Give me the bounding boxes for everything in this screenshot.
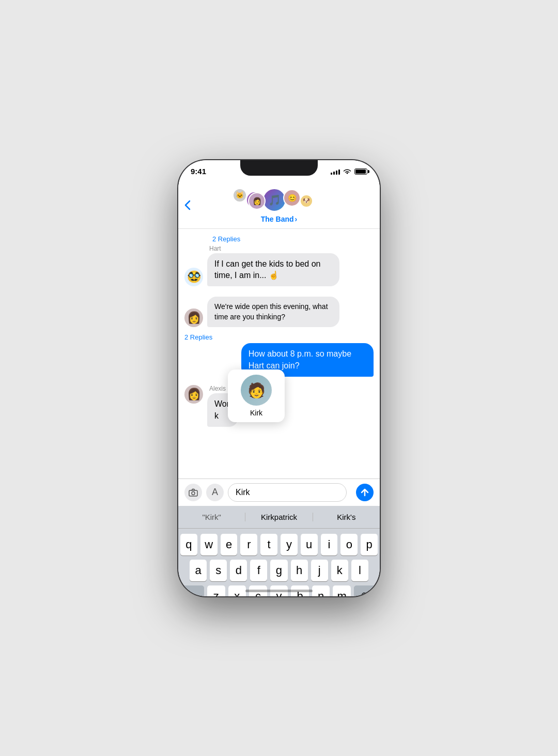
key-u[interactable]: u <box>301 534 318 556</box>
shift-key[interactable]: ⇧ <box>180 585 204 596</box>
notch <box>240 160 318 176</box>
input-bar: A <box>178 479 380 506</box>
keyboard-row-2: a s d f g h j k l <box>180 560 378 581</box>
backspace-key[interactable]: ⌫ <box>354 585 378 596</box>
key-d[interactable]: d <box>230 560 247 581</box>
table-row: 🥸 Hart If I can get the kids to bed on t… <box>184 245 374 287</box>
phone-frame: 9:41 <box>178 160 380 596</box>
message-bubble: If I can get the kids to bed on time, I … <box>207 253 339 287</box>
wifi-icon <box>343 168 351 175</box>
key-p[interactable]: p <box>361 534 378 556</box>
msg-content: We're wide open this evening, what time … <box>207 297 339 327</box>
key-n[interactable]: n <box>312 585 330 596</box>
group-avatars: 🐱 🎸 🎵 😊 🐶 👩 <box>227 187 331 213</box>
autocomplete-item-2[interactable]: Kirkpatrick <box>245 513 313 521</box>
keyboard-row-1: q w e r t y u i o p <box>180 534 378 556</box>
key-w[interactable]: w <box>200 534 218 556</box>
keyboard: q w e r t y u i o p a s d f g <box>178 529 380 596</box>
key-q[interactable]: q <box>180 534 197 556</box>
autocomplete-bar: "Kirk" Kirkpatrick Kirk's <box>178 506 380 529</box>
group-info[interactable]: 🐱 🎸 🎵 😊 🐶 👩 The Band <box>227 187 331 223</box>
back-button[interactable] <box>184 200 191 210</box>
avatar: 👩 <box>184 308 203 327</box>
signal-icon <box>331 168 340 175</box>
key-o[interactable]: o <box>340 534 358 556</box>
message-input[interactable] <box>228 483 347 502</box>
send-button[interactable] <box>356 484 374 501</box>
key-s[interactable]: s <box>210 560 227 581</box>
battery-icon <box>354 168 367 175</box>
phone-screen: 9:41 <box>178 160 380 596</box>
key-h[interactable]: h <box>291 560 308 581</box>
status-time: 9:41 <box>191 167 206 176</box>
key-e[interactable]: e <box>221 534 238 556</box>
autocomplete-item-1[interactable]: "Kirk" <box>178 513 245 521</box>
mention-popup[interactable]: 🧑 Kirk <box>228 369 285 422</box>
autocomplete-item-3[interactable]: Kirk's <box>313 513 380 521</box>
avatar: 👩 <box>184 385 203 404</box>
key-t[interactable]: t <box>260 534 277 556</box>
status-icons <box>331 168 367 175</box>
key-l[interactable]: l <box>351 560 368 581</box>
key-a[interactable]: a <box>190 560 207 581</box>
key-j[interactable]: j <box>311 560 328 581</box>
key-f[interactable]: f <box>250 560 267 581</box>
key-m[interactable]: m <box>333 585 351 596</box>
camera-button[interactable] <box>184 484 202 501</box>
message-bubble: We're wide open this evening, what time … <box>207 297 339 327</box>
replies-link-1[interactable]: 2 Replies <box>212 235 374 243</box>
key-y[interactable]: y <box>281 534 298 556</box>
key-x[interactable]: x <box>228 585 246 596</box>
msg-content: Hart If I can get the kids to bed on tim… <box>207 245 339 287</box>
svg-point-1 <box>192 491 195 495</box>
key-r[interactable]: r <box>240 534 257 556</box>
key-k[interactable]: k <box>331 560 348 581</box>
nav-header: 🐱 🎸 🎵 😊 🐶 👩 The Band <box>178 183 380 229</box>
table-row: 👩 We're wide open this evening, what tim… <box>184 297 374 327</box>
home-indicator <box>245 590 313 592</box>
replies-link-2[interactable]: 2 Replies <box>184 333 374 341</box>
key-z[interactable]: z <box>207 585 225 596</box>
svg-rect-0 <box>189 490 197 496</box>
messages-area[interactable]: 2 Replies 🥸 Hart If I can get the kids t… <box>178 229 380 479</box>
sender-name: Hart <box>209 245 339 252</box>
mention-name: Kirk <box>250 409 262 417</box>
group-name[interactable]: The Band › <box>261 215 297 223</box>
key-g[interactable]: g <box>270 560 287 581</box>
screen-content: 2 Replies 🥸 Hart If I can get the kids t… <box>178 229 380 596</box>
key-i[interactable]: i <box>321 534 338 556</box>
appstore-button[interactable]: A <box>206 484 224 501</box>
mention-avatar: 🧑 <box>241 375 272 406</box>
avatar: 🥸 <box>184 268 203 286</box>
